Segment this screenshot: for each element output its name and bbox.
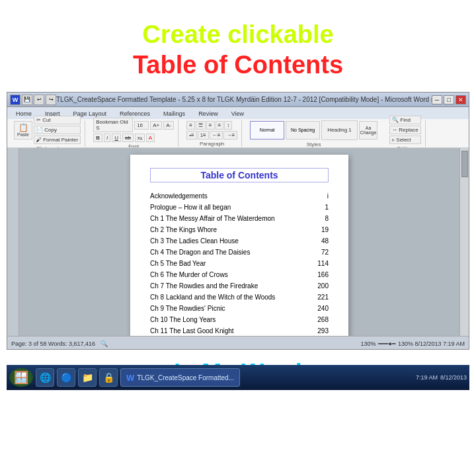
toc-entry[interactable]: Ch 9 The Rowdies' Picnic 240 [150, 304, 329, 313]
toc-entry-text: Ch 10 The Long Years [150, 315, 313, 325]
underline-button[interactable]: U [112, 134, 121, 142]
indent-decrease-button[interactable]: ←≡ [210, 131, 223, 139]
taskbar-date: 8/12/2013 [440, 374, 467, 381]
ribbon-group-editing: 🔍 Find ↔ Replace ▹ Select Editing [385, 120, 426, 147]
toc-entry-text: Ch 8 Lackland and the Witch of the Woods [150, 293, 313, 302]
redo-icon[interactable]: ↪ [46, 95, 56, 105]
font-color-button[interactable]: A [146, 134, 155, 142]
bold-button[interactable]: B [93, 134, 102, 142]
taskbar-icon-security[interactable]: 🔒 [99, 368, 118, 387]
font-size-selector[interactable]: 16 [134, 121, 149, 130]
toc-entry[interactable]: Ch 7 The Rowdies and the Firedrake 200 [150, 282, 329, 291]
window-controls: ─ □ ✕ [432, 95, 466, 104]
toc-entry-text: Ch 2 The Kings Whore [150, 225, 313, 235]
change-styles-button[interactable]: Aa Change [359, 121, 377, 139]
toc-entry[interactable]: Ch 2 The Kings Whore 19 [150, 225, 329, 235]
ribbon-group-font: Bookman Old S 16 A+ A- B I U ab x₂ A Fon… [89, 120, 178, 147]
taskbar: 🪟 🌐 🔵 📁 🔒 W TLGK_CreateSpace Formatted..… [7, 365, 469, 390]
style-normal[interactable]: Normal [250, 121, 284, 139]
toc-entry[interactable]: Ch 6 The Murder of Crows 166 [150, 270, 329, 280]
toc-entry-page: 48 [313, 237, 329, 246]
tab-review[interactable]: Review [192, 108, 224, 119]
style-no-spacing[interactable]: No Spacing [286, 121, 320, 139]
zoom-slider[interactable]: ━━━●━ [378, 340, 395, 347]
find-button[interactable]: 🔍 Find [389, 116, 421, 124]
subscript-button[interactable]: x₂ [135, 134, 145, 142]
headline-line1: Create clickable [0, 20, 476, 50]
top-text-area: Create clickable Table of Contents [0, 0, 476, 92]
align-right-button[interactable]: ≡ [206, 121, 215, 130]
select-button[interactable]: ▹ Select [389, 136, 421, 144]
toc-entries: Acknowledgements i Prologue – How it all… [150, 192, 329, 336]
zoom-level: 130% [360, 340, 376, 347]
copy-button[interactable]: 📄 Copy [34, 126, 81, 134]
status-time: 130% 8/12/2013 7:19 AM [398, 340, 465, 347]
page-status: Page: 3 of 58 Words: 3,617,416 [11, 340, 95, 347]
toc-entry-page: 19 [313, 225, 329, 235]
doc-sidebar [7, 148, 19, 336]
replace-button[interactable]: ↔ Replace [389, 126, 421, 134]
indent-increase-button[interactable]: →≡ [223, 131, 237, 139]
save-icon[interactable]: 💾 [22, 95, 32, 105]
taskbar-icon-browser[interactable]: 🌐 [36, 368, 54, 387]
toc-entry[interactable]: Ch 3 The Ladies Clean House 48 [150, 237, 329, 246]
taskbar-word-button[interactable]: W TLGK_CreateSpace Formatted... [120, 368, 240, 387]
toc-entry-text: Ch 4 The Dragon and The Daisies [150, 248, 313, 257]
tab-view[interactable]: View [225, 108, 250, 119]
ribbon-content: 📋 Paste ✂ Cut 📄 Copy 🖌 Format Painter Cl… [7, 119, 469, 148]
toc-entry-page: 293 [313, 327, 329, 336]
toc-entry-text: Ch 6 The Murder of Crows [150, 270, 313, 280]
start-button[interactable]: 🪟 [9, 368, 33, 387]
style-heading1[interactable]: Heading 1 [321, 120, 358, 140]
toc-entry-page: 240 [313, 304, 329, 313]
cut-button[interactable]: ✂ Cut [34, 116, 81, 124]
toc-entry-text: Ch 3 The Ladies Clean House [150, 237, 313, 246]
toc-entry-page: 221 [313, 293, 329, 302]
doc-scrollbar[interactable] [459, 148, 469, 336]
minimize-button[interactable]: ─ [432, 95, 442, 104]
maximize-button[interactable]: □ [444, 95, 454, 104]
ribbon-group-paragraph: ≡ ☰ ≡ ≡ ↕ •≡ 1≡ ←≡ →≡ Paragraph [182, 120, 242, 147]
format-painter-button[interactable]: 🖌 Format Painter [34, 136, 81, 144]
bullet-list-button[interactable]: •≡ [186, 131, 196, 139]
toc-entry[interactable]: Ch 4 The Dragon and The Daisies 72 [150, 248, 329, 257]
grow-font-button[interactable]: A+ [150, 121, 162, 130]
taskbar-word-label: TLGK_CreateSpace Formatted... [137, 374, 234, 381]
align-center-button[interactable]: ☰ [196, 121, 206, 130]
align-left-button[interactable]: ≡ [186, 121, 195, 130]
paste-button[interactable]: 📋 Paste [14, 121, 32, 139]
scrollbar-thumb[interactable] [461, 151, 468, 177]
line-spacing-button[interactable]: ↕ [224, 121, 232, 130]
toc-entry[interactable]: Ch 10 The Long Years 268 [150, 315, 329, 325]
toc-entry-page: 166 [313, 270, 329, 280]
toc-entry[interactable]: Acknowledgements i [150, 192, 329, 201]
toc-entry-page: 114 [313, 259, 329, 268]
justify-button[interactable]: ≡ [216, 121, 224, 130]
toc-heading: Table of Contents [150, 168, 329, 182]
paragraph-label: Paragraph [200, 141, 224, 147]
font-label: Font [128, 143, 139, 148]
number-list-button[interactable]: 1≡ [198, 131, 209, 139]
headline-line2: Table of Contents [0, 50, 476, 81]
undo-icon[interactable]: ↩ [34, 95, 44, 105]
taskbar-icon-app1[interactable]: 🔵 [57, 368, 75, 387]
taskbar-icon-files[interactable]: 📁 [78, 368, 97, 387]
title-bar: W 💾 ↩ ↪ TLGK_CreateSpace Formatted Templ… [7, 93, 469, 107]
strikethrough-button[interactable]: ab [122, 134, 134, 142]
toc-entry-text: Ch 1 The Messy Affair of The Waterdemon [150, 214, 313, 223]
toc-entry-page: 1 [313, 203, 329, 212]
toc-entry[interactable]: Ch 11 The Last Good Knight 293 [150, 327, 329, 336]
taskbar-system-tray: 7:19 AM 8/12/2013 [416, 374, 467, 381]
document-page: Table of Contents Acknowledgements i Pro… [130, 155, 348, 336]
font-selector[interactable]: Bookman Old S [93, 118, 133, 132]
toc-entry[interactable]: Prologue – How it all began 1 [150, 203, 329, 212]
toc-entry[interactable]: Ch 5 The Bad Year 114 [150, 259, 329, 268]
close-button[interactable]: ✕ [456, 95, 466, 104]
word-icon: W [10, 95, 20, 105]
shrink-font-button[interactable]: A- [163, 121, 174, 130]
toc-entry[interactable]: Ch 8 Lackland and the Witch of the Woods… [150, 293, 329, 302]
toc-entry-text: Ch 7 The Rowdies and the Firedrake [150, 282, 313, 291]
italic-button[interactable]: I [104, 134, 110, 142]
toc-entry[interactable]: Ch 1 The Messy Affair of The Waterdemon … [150, 214, 329, 223]
status-left: Page: 3 of 58 Words: 3,617,416 🔍 [11, 340, 108, 347]
